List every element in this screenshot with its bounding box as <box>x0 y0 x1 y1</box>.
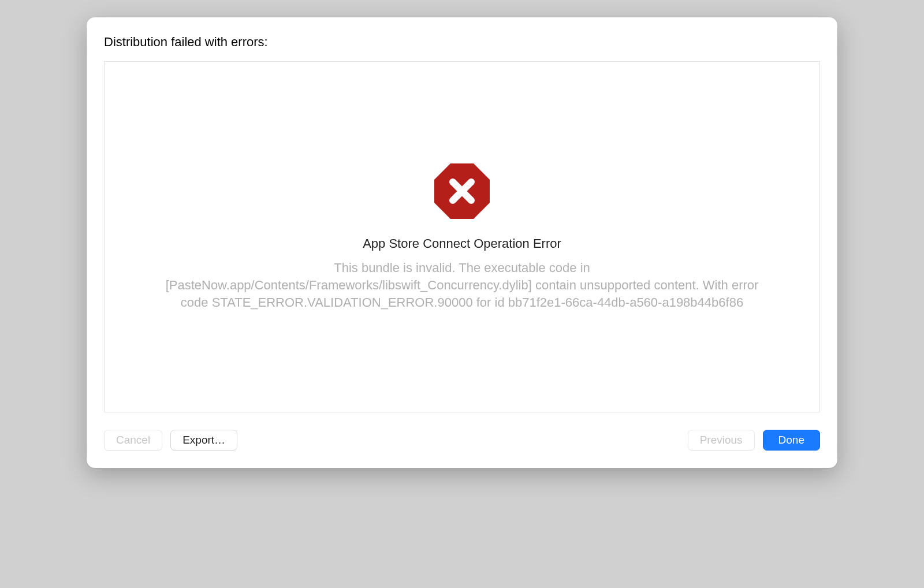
error-description: This bundle is invalid. The executable c… <box>159 259 765 311</box>
cancel-button[interactable]: Cancel <box>104 430 162 451</box>
stop-x-icon <box>433 162 491 220</box>
previous-button[interactable]: Previous <box>688 430 755 451</box>
distribution-error-dialog: Distribution failed with errors: App Sto… <box>87 17 837 468</box>
error-content-box: App Store Connect Operation Error This b… <box>104 61 820 412</box>
error-title: App Store Connect Operation Error <box>363 236 561 251</box>
done-button[interactable]: Done <box>763 430 820 451</box>
export-button[interactable]: Export… <box>170 430 237 451</box>
dialog-button-row: Cancel Export… Previous Done <box>104 430 820 451</box>
dialog-title: Distribution failed with errors: <box>104 35 820 50</box>
